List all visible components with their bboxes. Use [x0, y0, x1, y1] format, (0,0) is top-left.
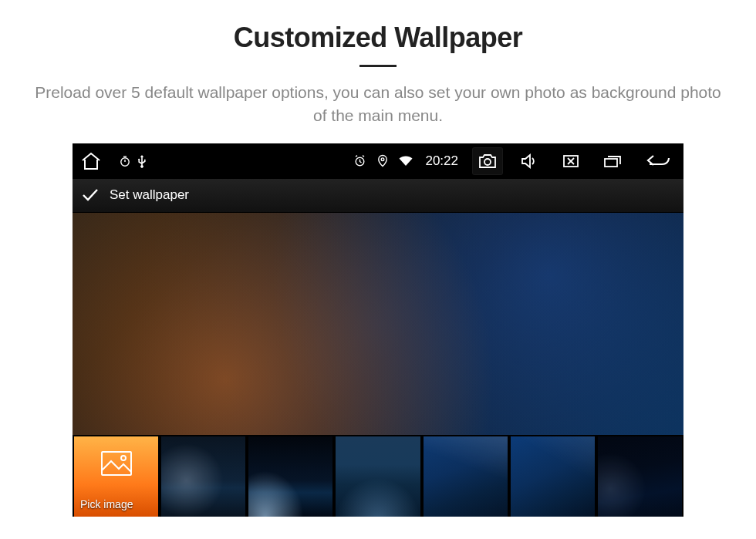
- wallpaper-thumbnails: Pick image: [73, 435, 683, 517]
- home-icon[interactable]: [80, 151, 102, 171]
- wallpaper-thumb[interactable]: [248, 436, 332, 517]
- close-button[interactable]: [555, 147, 586, 175]
- device-screenshot: 20:22: [73, 143, 683, 517]
- alarm-icon: [353, 154, 366, 167]
- header-title: Set wallpaper: [110, 187, 189, 203]
- pick-image-label: Pick image: [80, 498, 133, 510]
- svg-rect-5: [605, 159, 617, 167]
- wallpaper-thumb[interactable]: [598, 436, 682, 517]
- gallery-icon: [100, 450, 133, 480]
- timer-icon: [119, 155, 131, 167]
- volume-button[interactable]: [514, 147, 545, 175]
- location-icon: [377, 154, 388, 167]
- wallpaper-thumb[interactable]: [511, 436, 595, 517]
- pick-image-button[interactable]: Pick image: [74, 436, 158, 517]
- svg-point-7: [121, 456, 126, 460]
- svg-point-3: [484, 159, 491, 165]
- usb-icon: [137, 154, 147, 168]
- page-title: Customized Wallpaper: [0, 22, 756, 54]
- recents-button[interactable]: [597, 147, 628, 175]
- status-bar: 20:22: [73, 143, 683, 179]
- wifi-icon: [399, 156, 413, 167]
- back-button[interactable]: [639, 147, 676, 175]
- title-underline: [359, 65, 397, 67]
- svg-rect-6: [102, 452, 131, 475]
- header-bar: Set wallpaper: [73, 179, 683, 213]
- wallpaper-thumb[interactable]: [161, 436, 245, 517]
- svg-point-2: [382, 158, 385, 161]
- wallpaper-preview: [73, 213, 683, 435]
- screenshot-button[interactable]: [472, 147, 503, 175]
- confirm-icon[interactable]: [82, 188, 99, 202]
- wallpaper-thumb[interactable]: [424, 436, 508, 517]
- clock-time: 20:22: [425, 153, 458, 169]
- wallpaper-thumb[interactable]: [336, 436, 420, 517]
- page-subtitle: Preload over 5 default wallpaper options…: [27, 81, 729, 128]
